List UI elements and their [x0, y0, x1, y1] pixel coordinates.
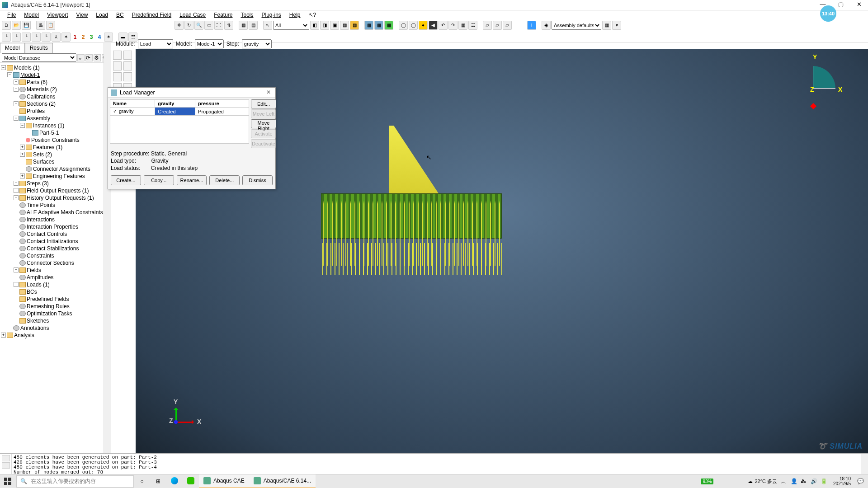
zoom-icon[interactable]: 🔍 [194, 21, 203, 30]
panel-selector[interactable]: Model Database [2, 53, 76, 62]
tree-bcs[interactable]: BCs [27, 289, 37, 295]
start-button[interactable] [0, 474, 15, 488]
tree-contact-controls[interactable]: Contact Controls [27, 231, 67, 237]
tree-annotations[interactable]: Annotations [20, 325, 49, 331]
tree-sketches[interactable]: Sketches [27, 318, 49, 324]
taskbar-search[interactable]: 🔍 在这里输入你要搜索的内容 [16, 475, 134, 488]
menu-viewport[interactable]: Viewport [43, 11, 71, 19]
tree-sections[interactable]: Sections (2) [27, 101, 56, 107]
tree-models-root[interactable]: Models (1) [14, 65, 40, 71]
menu-help[interactable]: Help [286, 11, 304, 19]
cell-created[interactable]: Created [155, 108, 195, 116]
tree-connector-assignments[interactable]: Connector Assignments [33, 166, 90, 172]
tree-assembly[interactable]: Assembly [27, 115, 50, 122]
mesh-3-icon[interactable]: ▩ [384, 21, 393, 30]
model-tree[interactable]: −Models (1) −Model-1 +Parts (6) +Materia… [0, 63, 111, 453]
tree-position-constraints[interactable]: Position Constraints [31, 137, 80, 143]
taskbar-edge[interactable] [166, 474, 183, 488]
load-manager-icon[interactable] [123, 51, 132, 60]
tree-settings-icon[interactable]: ⚙ [94, 54, 101, 61]
menu-view[interactable]: View [73, 11, 92, 19]
menu-feature[interactable]: Feature [210, 11, 236, 19]
tree-optimization[interactable]: Optimization Tasks [27, 310, 72, 317]
taskbar-abaqus-cae[interactable]: Abaqus CAE [199, 474, 249, 488]
datum-4-icon[interactable]: └ [32, 33, 41, 42]
new-icon[interactable]: 🗋 [2, 21, 11, 30]
tray-battery-icon[interactable]: 🔋 [821, 478, 827, 484]
dialog-close-button[interactable]: ✕ [264, 89, 273, 96]
tree-calibrations[interactable]: Calibrations [27, 94, 55, 100]
step-select[interactable]: gravity [242, 39, 272, 48]
box-3-icon[interactable]: ▱ [503, 21, 512, 30]
tree-model-1[interactable]: Model-1 [20, 72, 40, 78]
menu-load-case[interactable]: Load Case [176, 11, 209, 19]
print-icon[interactable]: 🖶 [36, 21, 45, 30]
circle-1-icon[interactable]: ◯ [399, 21, 408, 30]
copy-button[interactable]: Copy... [144, 175, 174, 185]
zoom-box-icon[interactable]: ▭ [204, 21, 213, 30]
tray-network-icon[interactable]: 🖧 [801, 478, 807, 484]
box-2-icon[interactable]: ▱ [493, 21, 502, 30]
datum-1-icon[interactable]: └ [2, 33, 11, 42]
toggle-1-icon[interactable]: ◧ [310, 21, 319, 30]
mesh-1-icon[interactable]: ▩ [364, 21, 373, 30]
weather-widget[interactable]: ☁ 22°C 多云 [748, 478, 777, 485]
info-icon[interactable]: i [527, 21, 536, 30]
arrow-back-icon[interactable]: ◀ [429, 21, 438, 30]
tree-materials[interactable]: Materials (2) [27, 86, 57, 93]
taskbar-wechat[interactable] [183, 474, 199, 488]
datum-3-icon[interactable]: └ [22, 33, 31, 42]
tree-constraints[interactable]: Constraints [27, 253, 54, 259]
tree-instances[interactable]: Instances (1) [33, 122, 64, 129]
circle-2-icon[interactable]: ◯ [409, 21, 418, 30]
tree-remeshing[interactable]: Remeshing Rules [27, 303, 70, 310]
menu-whats-this-icon[interactable]: ↖? [305, 11, 320, 19]
toggle-2-icon[interactable]: ◨ [320, 21, 329, 30]
visibility-selector[interactable]: All [273, 21, 309, 30]
perspective-icon[interactable]: ▦ [239, 21, 248, 30]
menu-tools[interactable]: Tools [237, 11, 257, 19]
circle-3-icon[interactable]: ● [419, 21, 428, 30]
datum-6-icon[interactable]: ⅄ [52, 33, 61, 42]
rename-button[interactable]: Rename... [177, 175, 207, 185]
cycle-views-icon[interactable]: ⇅ [224, 21, 233, 30]
task-view-icon[interactable]: ⊞ [150, 474, 166, 488]
tree-interactions[interactable]: Interactions [27, 216, 55, 223]
console-tab-1-icon[interactable] [2, 455, 10, 461]
col-pressure[interactable]: pressure [195, 100, 249, 108]
datum-2-icon[interactable]: └ [12, 33, 21, 42]
close-button[interactable]: ✕ [850, 0, 868, 9]
tree-connector-sections[interactable]: Connector Sections [27, 260, 74, 266]
tree-field-output[interactable]: Field Output Requests (1) [27, 188, 89, 194]
create-field-icon[interactable] [113, 72, 122, 81]
tree-contact-init[interactable]: Contact Initializations [27, 238, 78, 244]
box-1-icon[interactable]: ▱ [483, 21, 492, 30]
redo-icon[interactable]: ↷ [448, 21, 458, 30]
parallel-icon[interactable]: ▤ [249, 21, 258, 30]
toggle-3-icon[interactable]: ▣ [330, 21, 339, 30]
open-icon[interactable]: 📂 [12, 21, 21, 30]
save-icon[interactable]: 💾 [22, 21, 31, 30]
tree-history-output[interactable]: History Output Requests (1) [27, 195, 94, 201]
model-select[interactable]: Model-1 [195, 39, 224, 48]
undo-icon[interactable]: ↶ [439, 21, 448, 30]
console-scrollbar[interactable] [861, 454, 868, 474]
tree-steps[interactable]: Steps (3) [27, 180, 49, 187]
console-tab-2-icon[interactable] [2, 462, 10, 469]
screenshot-icon[interactable]: 📋 [46, 21, 55, 30]
col-gravity[interactable]: gravity [155, 100, 195, 108]
tree-part-5-1[interactable]: Part-5-1 [39, 130, 59, 136]
notifications-icon[interactable]: 💬 [857, 478, 863, 484]
module-select[interactable]: Load [138, 39, 173, 48]
menu-model[interactable]: Model [20, 11, 42, 19]
load-table[interactable]: Name gravity pressure gravity Created Pr… [110, 99, 249, 116]
tree-profiles[interactable]: Profiles [27, 108, 45, 114]
view-orientation-widget[interactable]: Y X Z [800, 53, 841, 112]
tree-loads[interactable]: Loads (1) [27, 282, 50, 288]
layer-1[interactable]: 1 [71, 34, 79, 40]
csys-icon[interactable]: ✶ [61, 33, 71, 42]
fit-icon[interactable]: ⛶ [214, 21, 223, 30]
render-dd-icon[interactable]: ▾ [612, 21, 621, 30]
tray-people-icon[interactable]: 👤 [791, 478, 797, 484]
cortana-icon[interactable]: ○ [134, 474, 150, 488]
